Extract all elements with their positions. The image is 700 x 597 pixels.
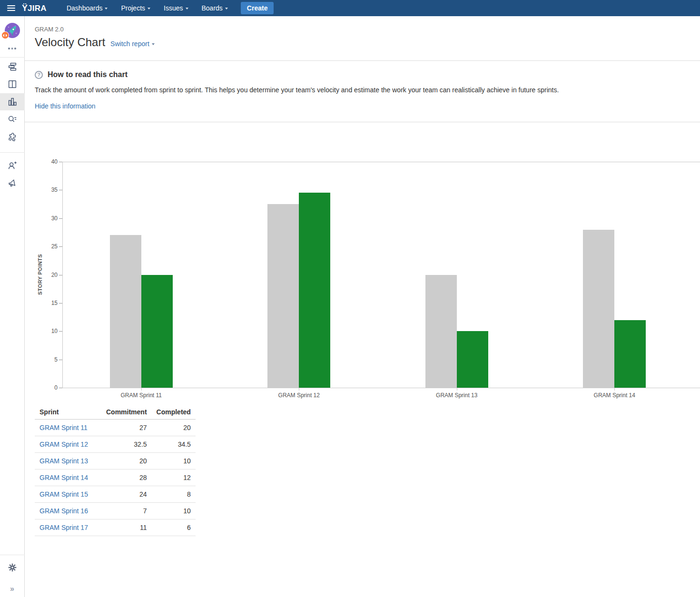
- sidebar-item-board[interactable]: [0, 76, 25, 93]
- bar-completed-2: [457, 331, 488, 388]
- create-button[interactable]: Create: [241, 2, 274, 14]
- nav-projects[interactable]: Projects: [121, 4, 150, 12]
- y-tick-mark: [59, 190, 62, 190]
- sprint-link[interactable]: GRAM Sprint 15: [39, 490, 88, 498]
- col-header-commitment: Commitment: [101, 405, 152, 419]
- sprint-cell: GRAM Sprint 15: [35, 486, 101, 502]
- velocity-chart: 0510152025303540STORY POINTSGRAM Sprint …: [25, 122, 700, 401]
- expand-sidebar-icon[interactable]: »: [8, 583, 16, 595]
- jira-logo-text: JIRA: [28, 4, 47, 13]
- megaphone-icon: [7, 178, 18, 188]
- table-row: GRAM Sprint 15248: [35, 486, 196, 502]
- completed-value: 10: [152, 452, 196, 469]
- howto-title: How to read this chart: [48, 70, 128, 79]
- x-axis-line: [62, 388, 700, 388]
- sprint-cell: GRAM Sprint 17: [35, 519, 101, 536]
- bar-commitment-1: [267, 204, 299, 388]
- chevron-down-icon: [148, 8, 150, 10]
- sidebar-item-settings[interactable]: [0, 559, 25, 576]
- sprint-link[interactable]: GRAM Sprint 17: [39, 524, 88, 531]
- col-header-sprint: Sprint: [35, 405, 101, 419]
- bar-commitment-2: [425, 275, 457, 388]
- bar-completed-1: [299, 193, 330, 388]
- sidebar-item-search-issues[interactable]: [0, 111, 25, 128]
- reports-icon: [7, 97, 18, 107]
- y-tick-mark: [59, 218, 62, 219]
- nav-boards[interactable]: Boards: [202, 4, 228, 12]
- sidebar-item-addons[interactable]: [0, 128, 25, 146]
- table-header-row: Sprint Commitment Completed: [35, 405, 196, 419]
- bar-completed-0: [141, 275, 173, 388]
- table-row: GRAM Sprint 17116: [35, 519, 196, 536]
- switch-report-dropdown[interactable]: Switch report: [110, 40, 155, 48]
- search-icon: [7, 114, 18, 125]
- bar-completed-3: [614, 320, 646, 388]
- completed-value: 20: [152, 419, 196, 436]
- howto-description: Track the amount of work completed from …: [35, 85, 690, 95]
- completed-value: 12: [152, 469, 196, 486]
- sidebar-item-reports[interactable]: [0, 93, 25, 110]
- col-header-completed: Completed: [152, 405, 196, 419]
- sprint-link[interactable]: GRAM Sprint 16: [39, 507, 88, 515]
- commitment-value: 7: [101, 502, 152, 519]
- plot-top-line: [62, 162, 700, 162]
- chevron-down-icon: [225, 8, 228, 10]
- project-avatar[interactable]: [5, 23, 20, 38]
- commitment-value: 27: [101, 419, 152, 436]
- sprint-link[interactable]: GRAM Sprint 11: [39, 424, 88, 431]
- sidebar-item-invite-user[interactable]: [0, 157, 25, 174]
- project-sidebar: »: [0, 16, 25, 597]
- completed-value: 6: [152, 519, 196, 536]
- y-tick-label-10: 10: [25, 328, 58, 334]
- table-row: GRAM Sprint 142812: [35, 469, 196, 486]
- y-tick-mark: [59, 303, 62, 303]
- sprint-link[interactable]: GRAM Sprint 12: [39, 440, 88, 448]
- y-tick-label-5: 5: [25, 356, 58, 363]
- nav-boards-label: Boards: [202, 4, 223, 12]
- jira-mark-icon: Ÿ: [22, 3, 27, 13]
- nav-issues-label: Issues: [164, 4, 183, 12]
- hide-information-link[interactable]: Hide this information: [35, 102, 96, 110]
- page-title: Velocity Chart: [35, 35, 105, 49]
- y-tick-mark: [59, 388, 62, 388]
- y-tick-mark: [59, 275, 62, 275]
- board-icon: [7, 79, 18, 89]
- sidebar-item-backlog[interactable]: [0, 58, 25, 75]
- table-row: GRAM Sprint 112720: [35, 419, 196, 436]
- nav-issues[interactable]: Issues: [164, 4, 188, 12]
- sidebar-divider: [0, 152, 25, 153]
- hamburger-menu-icon[interactable]: [0, 0, 22, 16]
- y-tick-mark: [59, 246, 62, 247]
- velocity-table-section: Sprint Commitment Completed GRAM Sprint …: [25, 405, 700, 536]
- y-tick-mark: [59, 162, 62, 162]
- breadcrumb[interactable]: GRAM 2.0: [35, 26, 690, 33]
- jira-logo[interactable]: Ÿ JIRA: [22, 3, 47, 13]
- commitment-value: 20: [101, 452, 152, 469]
- chevron-down-icon: [186, 8, 188, 10]
- x-category-label-1: GRAM Sprint 12: [246, 392, 351, 399]
- sprint-cell: GRAM Sprint 11: [35, 419, 101, 436]
- puzzle-icon: [7, 132, 18, 142]
- nav-dashboards[interactable]: Dashboards: [67, 4, 108, 12]
- more-icon[interactable]: [6, 46, 18, 51]
- commitment-value: 32.5: [101, 436, 152, 452]
- y-tick-label-35: 35: [25, 186, 58, 193]
- sprint-link[interactable]: GRAM Sprint 13: [39, 457, 88, 465]
- backlog-icon: [7, 61, 18, 72]
- sprint-cell: GRAM Sprint 13: [35, 452, 101, 469]
- y-tick-label-40: 40: [25, 158, 58, 165]
- page-header: GRAM 2.0 Velocity Chart Switch report: [25, 16, 700, 61]
- help-icon: ?: [35, 71, 43, 79]
- sprint-link[interactable]: GRAM Sprint 14: [39, 474, 88, 481]
- chevron-down-icon: [105, 8, 108, 10]
- sprint-cell: GRAM Sprint 12: [35, 436, 101, 452]
- x-tick-mark: [141, 388, 142, 391]
- sidebar-item-feedback[interactable]: [0, 175, 25, 192]
- table-row: GRAM Sprint 132010: [35, 452, 196, 469]
- y-axis-line: [62, 162, 63, 388]
- gear-icon: [7, 562, 18, 573]
- howto-section: ? How to read this chart Track the amoun…: [25, 61, 700, 122]
- x-category-label-3: GRAM Sprint 14: [562, 392, 667, 399]
- completed-value: 8: [152, 486, 196, 502]
- add-user-icon: [7, 160, 18, 171]
